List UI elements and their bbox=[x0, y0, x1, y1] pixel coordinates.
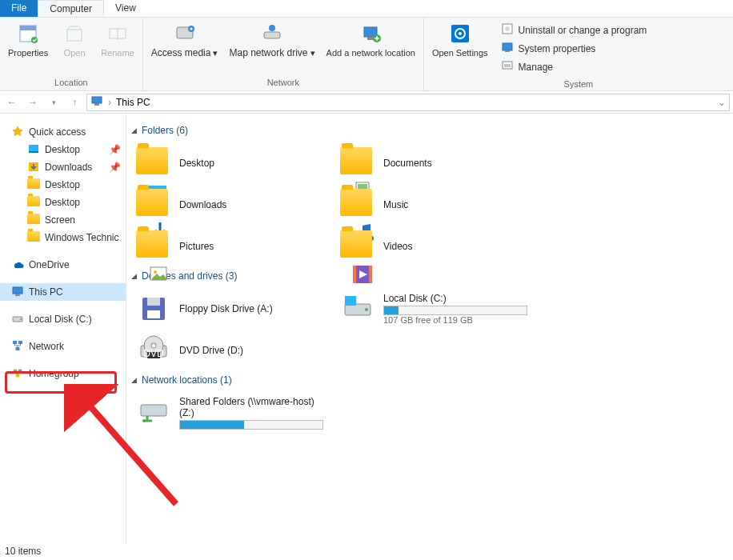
section-folders-header[interactable]: ◢ Folders (6) bbox=[131, 125, 728, 136]
music-icon bbox=[340, 187, 375, 222]
map-drive-button[interactable]: Map network drive ▾ bbox=[226, 19, 318, 60]
videos-icon bbox=[340, 229, 375, 264]
sidebar-qa-item[interactable]: Downloads📌 bbox=[0, 158, 126, 176]
sidebar-qa-item[interactable]: Desktop📌 bbox=[0, 141, 126, 158]
sidebar-qa-item[interactable]: Desktop bbox=[0, 194, 126, 211]
pictures-icon bbox=[136, 229, 171, 264]
folder-item[interactable]: Documents bbox=[335, 142, 539, 184]
qa-item-label: Screen bbox=[45, 214, 75, 226]
access-media-button[interactable]: Access media ▾ bbox=[148, 19, 222, 60]
folder-item[interactable]: Desktop bbox=[131, 142, 335, 184]
manage-button[interactable]: Manage bbox=[501, 59, 647, 74]
item-name: DVD Drive (D:) bbox=[179, 345, 243, 356]
open-settings-button[interactable]: Open Settings bbox=[429, 19, 491, 60]
section-drives-header[interactable]: ◢ Devices and drives (3) bbox=[131, 270, 728, 282]
drive-item[interactable]: DVDDVD Drive (D:) bbox=[131, 330, 335, 371]
sidebar-qa-item[interactable]: Desktop bbox=[0, 176, 126, 194]
nav-back-button[interactable]: ← bbox=[3, 94, 21, 111]
svg-point-8 bbox=[190, 28, 192, 30]
svg-point-35 bbox=[18, 369, 22, 373]
svg-point-36 bbox=[16, 373, 20, 377]
rename-button[interactable]: Rename bbox=[98, 19, 138, 60]
svg-rect-12 bbox=[367, 37, 374, 40]
item-name: Shared Folders (\\vmware-host) (Z:) bbox=[179, 396, 330, 418]
status-item-count: 10 items bbox=[5, 546, 41, 557]
manage-icon bbox=[501, 59, 514, 74]
item-name: Music bbox=[383, 199, 408, 210]
qa-item-label: Desktop bbox=[45, 179, 80, 190]
breadcrumb-this-pc[interactable]: This PC bbox=[116, 97, 150, 108]
sidebar-quick-access[interactable]: Quick access bbox=[0, 123, 126, 141]
onedrive-label: OneDrive bbox=[29, 259, 70, 270]
svg-rect-58 bbox=[141, 405, 166, 416]
downloads-icon bbox=[136, 187, 171, 222]
section-netloc-header[interactable]: ◢ Network locations (1) bbox=[131, 374, 728, 386]
item-name: Pictures bbox=[179, 241, 214, 252]
dvd-icon: DVD bbox=[136, 333, 171, 368]
local-disk-label: Local Disk (C:) bbox=[29, 314, 92, 325]
item-name: Videos bbox=[383, 241, 412, 252]
svg-point-10 bbox=[269, 25, 275, 31]
system-properties-button[interactable]: System properties bbox=[501, 41, 647, 56]
properties-button[interactable]: Properties bbox=[5, 19, 51, 60]
drive-item[interactable]: Floppy Disk Drive (A:) bbox=[131, 288, 335, 330]
group-label-system: System bbox=[429, 78, 728, 90]
sidebar-local-disk[interactable]: Local Disk (C:) bbox=[0, 310, 126, 328]
svg-point-2 bbox=[31, 37, 38, 43]
svg-point-59 bbox=[142, 419, 146, 422]
item-name: Desktop bbox=[179, 158, 214, 169]
this-pc-label: This PC bbox=[29, 286, 63, 298]
uninstall-programs-button[interactable]: Uninstall or change a program bbox=[501, 22, 647, 38]
section-netloc-title: Network locations (1) bbox=[142, 374, 232, 386]
sidebar-homegroup[interactable]: Homegroup bbox=[0, 365, 126, 382]
sidebar-qa-item[interactable]: Screen bbox=[0, 211, 126, 229]
sidebar-this-pc[interactable]: This PC bbox=[0, 283, 126, 301]
drive-item[interactable]: Local Disk (C:)107 GB free of 119 GB bbox=[335, 288, 539, 330]
this-pc-icon bbox=[90, 94, 103, 110]
ribbon: Properties Open Rename Location Access m… bbox=[0, 18, 733, 91]
svg-rect-25 bbox=[29, 151, 38, 153]
pin-icon: 📌 bbox=[109, 162, 121, 173]
svg-rect-22 bbox=[92, 97, 102, 103]
sidebar-qa-item[interactable]: Windows Technic bbox=[0, 229, 126, 246]
group-label-location: Location bbox=[5, 76, 138, 89]
floppy-icon bbox=[136, 291, 171, 326]
folder-icon bbox=[27, 196, 40, 209]
properties-label: Properties bbox=[8, 48, 48, 58]
svg-rect-1 bbox=[20, 26, 36, 30]
nav-forward-button[interactable]: → bbox=[24, 94, 42, 111]
svg-rect-9 bbox=[264, 32, 280, 38]
open-button[interactable]: Open bbox=[56, 19, 93, 60]
svg-rect-28 bbox=[15, 294, 20, 296]
tab-file[interactable]: File bbox=[0, 0, 38, 17]
drive-item[interactable]: Shared Folders (\\vmware-host) (Z:) bbox=[131, 392, 335, 434]
collapse-icon: ◢ bbox=[131, 376, 137, 384]
nav-up-button[interactable]: ↑ bbox=[66, 94, 83, 111]
media-icon bbox=[172, 21, 198, 46]
nav-recent-button[interactable]: ▾ bbox=[45, 94, 62, 111]
open-icon bbox=[62, 21, 87, 46]
svg-rect-20 bbox=[505, 50, 510, 52]
desktop-icon bbox=[136, 146, 171, 181]
collapse-icon: ◢ bbox=[131, 126, 137, 134]
add-network-location-button[interactable]: Add a network location bbox=[323, 19, 419, 60]
rename-label: Rename bbox=[101, 48, 134, 58]
address-dropdown-icon[interactable]: ⌄ bbox=[718, 97, 726, 108]
item-name: Floppy Disk Drive (A:) bbox=[179, 303, 273, 314]
group-label-network: Network bbox=[148, 76, 419, 89]
folder-item[interactable]: Pictures bbox=[131, 226, 335, 267]
section-folders-title: Folders (6) bbox=[142, 125, 188, 136]
open-settings-label: Open Settings bbox=[432, 48, 488, 58]
tab-bar: File Computer View bbox=[0, 0, 733, 18]
quick-access-label: Quick access bbox=[29, 126, 86, 138]
map-drive-label: Map network drive ▾ bbox=[229, 48, 314, 58]
folder-item[interactable]: Downloads bbox=[131, 184, 335, 226]
address-box[interactable]: › This PC ⌄ bbox=[86, 94, 730, 111]
sidebar-network[interactable]: Network bbox=[0, 338, 126, 355]
tab-view[interactable]: View bbox=[104, 0, 147, 17]
tab-computer[interactable]: Computer bbox=[38, 0, 104, 17]
folder-item[interactable]: Videos bbox=[335, 226, 539, 267]
folder-item[interactable]: Music bbox=[335, 184, 539, 226]
sidebar-onedrive[interactable]: OneDrive bbox=[0, 256, 126, 274]
svg-rect-52 bbox=[345, 296, 356, 306]
